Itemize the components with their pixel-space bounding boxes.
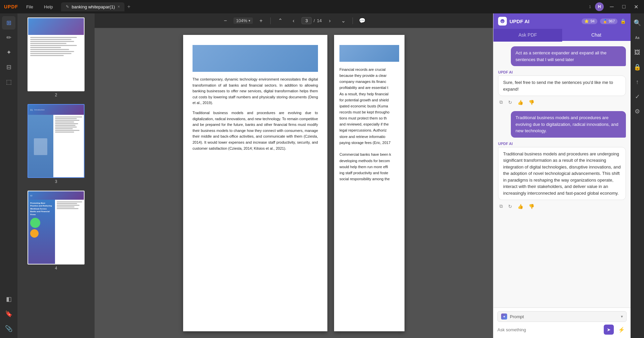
zoom-value: 104%	[236, 18, 247, 23]
ai-dislike-btn-1[interactable]: 👎	[527, 99, 536, 106]
ai-badge-count2: 🏅967	[600, 18, 618, 24]
ai-panel-header: U UPDF AI ⭐94 🏅967 🔒	[493, 13, 631, 29]
ai-actions-2: ⧉ ↻ 👍 👎	[498, 201, 626, 211]
ai-actions-1: ⧉ ↻ 👍 👎	[498, 97, 626, 107]
attachment-icon[interactable]: 📎	[2, 322, 15, 335]
window-controls: 1 H ─ □ ✕	[589, 2, 640, 11]
zoom-dropdown-icon[interactable]: ▾	[249, 19, 250, 22]
right-sidebar: 🔍 Aa 🖼 🔒 ↑ ✓ ⚙	[631, 13, 644, 338]
page-control: / 14	[302, 17, 322, 24]
ai-refresh-btn-1[interactable]: ↻	[507, 99, 514, 106]
ai-copy-btn-2[interactable]: ⧉	[498, 203, 504, 210]
stamp-icon[interactable]: ⬚	[2, 75, 15, 89]
tab-bar: ✎ banking whitepapar(1) × +	[61, 2, 584, 11]
export-right-icon[interactable]: ↑	[631, 75, 644, 89]
app-logo: UPDF	[4, 4, 18, 9]
ai-like-btn-1[interactable]: 👍	[516, 99, 525, 106]
thumbnail-label-4: 4	[55, 266, 57, 271]
tab-close-button[interactable]: ×	[117, 5, 120, 9]
ai-bubble-2: Traditional business models and procedur…	[498, 147, 626, 200]
bookmark-icon[interactable]: 🔖	[2, 307, 15, 321]
security-icon[interactable]: 🔒	[631, 60, 644, 74]
nav-first-button[interactable]: ⌃	[275, 15, 285, 26]
tab-ask-pdf[interactable]: Ask PDF	[493, 29, 562, 42]
pdf-right-text-2: Commercial banks have been k developing …	[339, 151, 399, 182]
zoom-in-button[interactable]: +	[256, 15, 266, 26]
total-pages: 14	[317, 18, 322, 23]
thumbnail-page-2[interactable]: 2	[26, 16, 86, 99]
ai-text-input-row: ➤ ⚡	[497, 325, 627, 335]
pdf-right-text: Financial records are crucial because th…	[339, 66, 399, 146]
comment-toolbar-button[interactable]: 💬	[357, 15, 368, 26]
content-area: − 104% ▾ + ⌃ ‹ / 14 › ⌄ 💬 The con	[95, 13, 493, 338]
user-avatar[interactable]: H	[595, 2, 604, 11]
pdf-image-top	[193, 45, 318, 72]
zoom-control[interactable]: 104% ▾	[233, 17, 253, 24]
ai-panel: U UPDF AI ⭐94 🏅967 🔒 Ask PDF Chat	[493, 13, 631, 338]
thumbnail-page-4[interactable]: 02 Promoting Best Practice and Reducing …	[26, 189, 86, 272]
ai-dislike-btn-2[interactable]: 👎	[527, 203, 536, 210]
thumbnail-view-icon[interactable]: ⊞	[2, 16, 15, 30]
nav-prev-page-button[interactable]: ‹	[288, 15, 299, 26]
ai-message-2: UPDF AI Traditional business models and …	[498, 142, 626, 211]
ai-lock-icon[interactable]: 🔒	[620, 18, 626, 24]
new-tab-button[interactable]: +	[126, 2, 131, 11]
ai-text-input[interactable]	[497, 326, 601, 334]
ai-sender-1: UPDF AI	[498, 70, 626, 74]
pdf-paragraph-1: The contemporary, dynamic technology env…	[193, 77, 318, 106]
ai-refresh-btn-2[interactable]: ↻	[507, 203, 514, 210]
ai-input-area: ✦ Prompt ▾ ➤ ⚡	[493, 307, 631, 338]
ai-send-button[interactable]: ➤	[604, 325, 614, 335]
tab-chat[interactable]: Chat	[562, 29, 631, 42]
ai-title: UPDF AI	[509, 18, 529, 24]
pdf-viewport: The contemporary, dynamic technology env…	[95, 28, 493, 338]
tab-label: banking whitepapar(1)	[72, 4, 115, 9]
ai-prompt-icon: ✦	[501, 313, 507, 320]
nav-last-button[interactable]: ⌄	[338, 15, 348, 26]
image-extract-icon[interactable]: 🖼	[631, 46, 644, 59]
edit-icon[interactable]: ✏	[2, 31, 15, 44]
thumbnail-image-2	[28, 17, 85, 91]
ai-message-1: UPDF AI Sure, feel free to send me the s…	[498, 70, 626, 107]
thumbnail-page-3[interactable]: 01 Introduction	[26, 103, 86, 185]
ai-prompt-label: Prompt	[510, 314, 618, 319]
left-sidebar: ⊞ ✏ ✦ ⊟ ⬚ ◧ 🔖 📎	[0, 13, 17, 338]
menu-file[interactable]: File	[23, 3, 36, 11]
maximize-button[interactable]: □	[620, 3, 628, 11]
ai-badge-count1: ⭐94	[582, 18, 597, 24]
ai-prompt-dropdown-icon[interactable]: ▾	[621, 314, 623, 319]
organize-icon[interactable]: ⊟	[2, 60, 15, 74]
ai-like-btn-2[interactable]: 👍	[516, 203, 525, 210]
svg-text:U: U	[501, 20, 503, 23]
text-recognition-icon[interactable]: Aa	[631, 31, 644, 44]
page-separator: /	[314, 18, 315, 23]
ai-prompt-bar[interactable]: ✦ Prompt ▾	[497, 311, 627, 322]
pdf-paragraph-2: Traditional business models and procedur…	[193, 110, 318, 151]
thumbnail-label-3: 3	[55, 179, 57, 184]
layers-icon[interactable]: ◧	[2, 292, 15, 306]
titlebar: UPDF File Help ✎ banking whitepapar(1) ×…	[0, 0, 644, 13]
page-number-input[interactable]	[302, 17, 312, 24]
close-button[interactable]: ✕	[632, 3, 640, 11]
nav-next-page-button[interactable]: ›	[324, 15, 335, 26]
version-badge: 1	[589, 5, 591, 9]
thumbnail-panel: 2 01 Introduction	[17, 13, 95, 338]
check-right-icon[interactable]: ✓	[631, 90, 644, 103]
ai-extra-button[interactable]: ⚡	[616, 325, 627, 335]
pdf-image-right-top	[339, 45, 399, 62]
thumbnail-image-4: 02 Promoting Best Practice and Reducing …	[28, 191, 85, 264]
tab-banking-whitepaper[interactable]: ✎ banking whitepapar(1) ×	[61, 2, 125, 11]
minimize-button[interactable]: ─	[608, 3, 616, 11]
menu-help[interactable]: Help	[41, 3, 56, 11]
comment-sidebar-icon[interactable]: ✦	[2, 46, 15, 59]
ai-logo-icon: U	[498, 17, 507, 26]
ai-bubble-1: Sure, feel free to send me the sentences…	[498, 76, 626, 96]
ai-header-right: ⭐94 🏅967 🔒	[582, 18, 626, 24]
main-container: ⊞ ✏ ✦ ⊟ ⬚ ◧ 🔖 📎	[0, 13, 644, 338]
zoom-out-button[interactable]: −	[220, 15, 231, 26]
ai-copy-btn-1[interactable]: ⧉	[498, 99, 504, 106]
user-message-2: Traditional business models and procedur…	[511, 111, 626, 138]
thumbnail-label-2: 2	[55, 93, 57, 97]
search-right-icon[interactable]: 🔍	[631, 16, 644, 30]
tools-right-icon[interactable]: ⚙	[631, 105, 644, 118]
